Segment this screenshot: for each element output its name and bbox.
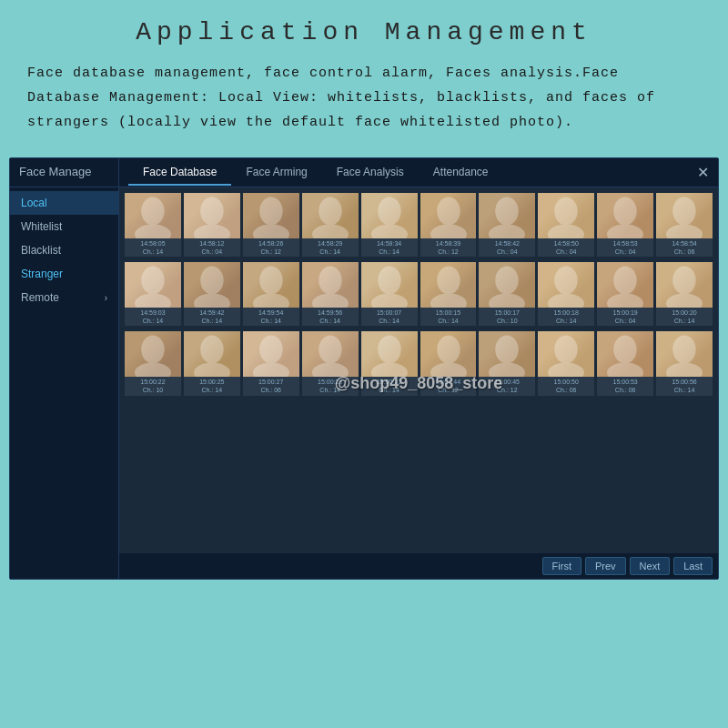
tabs-bar: Face Database Face Arming Face Analysis … bbox=[119, 158, 688, 187]
photo-label: 14:58:26 Ch.: 12 bbox=[258, 238, 283, 257]
tab-face-database[interactable]: Face Database bbox=[128, 160, 231, 186]
svg-point-50 bbox=[437, 336, 460, 364]
sidebar-item-whitelist[interactable]: Whitelist bbox=[10, 215, 118, 238]
tab-face-arming[interactable]: Face Arming bbox=[231, 160, 321, 186]
photo-cell[interactable]: 15:00:17 Ch.: 10 bbox=[479, 262, 535, 326]
svg-point-21 bbox=[135, 294, 171, 308]
photo-label: 15:00:22 Ch.: 10 bbox=[140, 377, 165, 395]
svg-point-13 bbox=[489, 225, 525, 238]
face-photo bbox=[420, 193, 477, 238]
photo-cell[interactable]: 14:58:42 Ch.: 04 bbox=[479, 193, 535, 257]
svg-point-46 bbox=[318, 336, 341, 364]
photo-label: 14:58:54 Ch.: 06 bbox=[672, 238, 696, 257]
svg-point-7 bbox=[312, 225, 349, 238]
pagination-first-button[interactable]: First bbox=[542, 557, 581, 575]
svg-point-51 bbox=[430, 363, 466, 377]
photo-cell[interactable]: 14:58:05 Ch.: 14 bbox=[125, 193, 181, 257]
pagination-bar: FirstPrevNextLast bbox=[119, 553, 718, 579]
photo-cell[interactable]: 15:00:18 Ch.: 14 bbox=[538, 262, 594, 326]
svg-point-33 bbox=[489, 294, 525, 308]
photo-label: 14:58:53 Ch.: 04 bbox=[613, 238, 638, 257]
photo-row-1: 14:59:03 Ch.: 14 14:59:42 Ch.: 14 14:59:… bbox=[125, 262, 713, 326]
photo-cell[interactable]: 15:00:28 Ch.: 14 bbox=[302, 331, 359, 395]
photo-cell[interactable]: 15:00:45 Ch.: 12 bbox=[479, 331, 535, 395]
face-photo bbox=[361, 262, 418, 308]
photo-label: 14:59:03 Ch.: 14 bbox=[140, 308, 165, 326]
photo-cell[interactable]: 14:58:50 Ch.: 04 bbox=[538, 193, 594, 257]
svg-point-55 bbox=[548, 363, 584, 377]
photo-cell[interactable]: 15:00:50 Ch.: 06 bbox=[538, 331, 594, 395]
svg-point-10 bbox=[437, 197, 460, 226]
window-title: Face Manage bbox=[19, 165, 92, 178]
face-photo bbox=[538, 262, 594, 308]
sidebar-item-blacklist[interactable]: Blacklist bbox=[10, 238, 118, 262]
pagination-last-button[interactable]: Last bbox=[673, 557, 713, 575]
photo-cell[interactable]: 14:58:12 Ch.: 04 bbox=[184, 193, 240, 257]
photo-cell[interactable]: 15:00:20 Ch.: 14 bbox=[656, 262, 713, 326]
photo-row-2: 15:00:22 Ch.: 10 15:00:25 Ch.: 14 15:00:… bbox=[125, 331, 713, 395]
svg-point-4 bbox=[259, 197, 282, 226]
svg-point-24 bbox=[259, 267, 282, 295]
svg-point-15 bbox=[548, 225, 584, 238]
svg-point-29 bbox=[371, 294, 408, 308]
face-photo bbox=[125, 262, 181, 308]
svg-point-44 bbox=[259, 336, 282, 364]
sidebar-item-remote[interactable]: Remote › bbox=[10, 286, 118, 309]
face-photo bbox=[656, 331, 713, 377]
photo-cell[interactable]: 15:00:56 Ch.: 14 bbox=[656, 331, 713, 395]
photo-cell[interactable]: 14:59:03 Ch.: 14 bbox=[125, 262, 181, 326]
photo-cell[interactable]: 15:00:15 Ch.: 14 bbox=[420, 262, 477, 326]
svg-point-58 bbox=[672, 336, 695, 364]
svg-point-54 bbox=[555, 336, 578, 364]
photo-label: 14:58:05 Ch.: 14 bbox=[140, 238, 165, 257]
svg-point-28 bbox=[378, 267, 400, 295]
photo-cell[interactable]: 15:00:27 Ch.: 06 bbox=[243, 331, 299, 395]
svg-point-56 bbox=[613, 336, 636, 364]
photo-cell[interactable]: 15:00:31 Ch.: 14 bbox=[361, 331, 418, 395]
photo-label: 15:00:25 Ch.: 14 bbox=[199, 377, 224, 395]
photo-cell[interactable]: 15:00:22 Ch.: 10 bbox=[125, 331, 181, 395]
pagination-prev-button[interactable]: Prev bbox=[585, 557, 626, 575]
face-photo bbox=[479, 193, 535, 238]
photo-cell[interactable]: 14:58:29 Ch.: 14 bbox=[302, 193, 359, 257]
tab-attendance[interactable]: Attendance bbox=[419, 160, 503, 186]
face-photo bbox=[243, 193, 299, 238]
photo-cell[interactable]: 15:00:25 Ch.: 14 bbox=[184, 331, 240, 395]
photo-cell[interactable]: 14:59:56 Ch.: 14 bbox=[302, 262, 359, 326]
svg-point-38 bbox=[672, 267, 695, 295]
face-photo bbox=[479, 331, 535, 377]
svg-point-53 bbox=[489, 363, 525, 377]
photo-cell[interactable]: 14:58:26 Ch.: 12 bbox=[243, 193, 299, 257]
photo-label: 14:58:12 Ch.: 04 bbox=[199, 238, 224, 257]
photo-cell[interactable]: 14:58:53 Ch.: 04 bbox=[597, 193, 653, 257]
photo-cell[interactable]: 15:00:19 Ch.: 04 bbox=[597, 262, 653, 326]
svg-point-2 bbox=[200, 197, 223, 226]
face-photo bbox=[597, 262, 653, 308]
photo-label: 14:58:34 Ch.: 14 bbox=[377, 238, 401, 257]
photo-cell[interactable]: 14:59:42 Ch.: 14 bbox=[184, 262, 240, 326]
svg-point-5 bbox=[253, 225, 289, 238]
svg-point-1 bbox=[135, 225, 171, 238]
photo-cell[interactable]: 15:00:44 Ch.: 12 bbox=[420, 331, 477, 395]
svg-point-27 bbox=[312, 294, 349, 308]
photo-label: 15:00:28 Ch.: 14 bbox=[318, 377, 342, 395]
photo-cell[interactable]: 15:00:07 Ch.: 14 bbox=[361, 262, 418, 326]
svg-point-17 bbox=[607, 225, 643, 238]
sidebar-item-stranger[interactable]: Stranger bbox=[10, 262, 118, 286]
photo-label: 15:00:56 Ch.: 14 bbox=[672, 377, 696, 395]
photo-cell[interactable]: 14:58:39 Ch.: 12 bbox=[420, 193, 477, 257]
svg-point-32 bbox=[496, 267, 519, 295]
close-button[interactable]: ✕ bbox=[697, 164, 709, 181]
window-body: Local Whitelist Blacklist Stranger Remot… bbox=[10, 187, 718, 579]
svg-point-25 bbox=[253, 294, 289, 308]
photo-label: 15:00:15 Ch.: 14 bbox=[436, 308, 460, 326]
photo-cell[interactable]: 15:00:53 Ch.: 06 bbox=[597, 331, 653, 395]
sidebar-item-remote-label: Remote bbox=[21, 291, 59, 304]
tab-face-analysis[interactable]: Face Analysis bbox=[322, 160, 419, 186]
face-photo bbox=[656, 193, 713, 238]
pagination-next-button[interactable]: Next bbox=[630, 557, 671, 575]
photo-cell[interactable]: 14:58:54 Ch.: 06 bbox=[656, 193, 713, 257]
photo-cell[interactable]: 14:59:54 Ch.: 14 bbox=[243, 262, 299, 326]
photo-cell[interactable]: 14:58:34 Ch.: 14 bbox=[361, 193, 418, 257]
sidebar-item-local[interactable]: Local bbox=[10, 191, 118, 215]
